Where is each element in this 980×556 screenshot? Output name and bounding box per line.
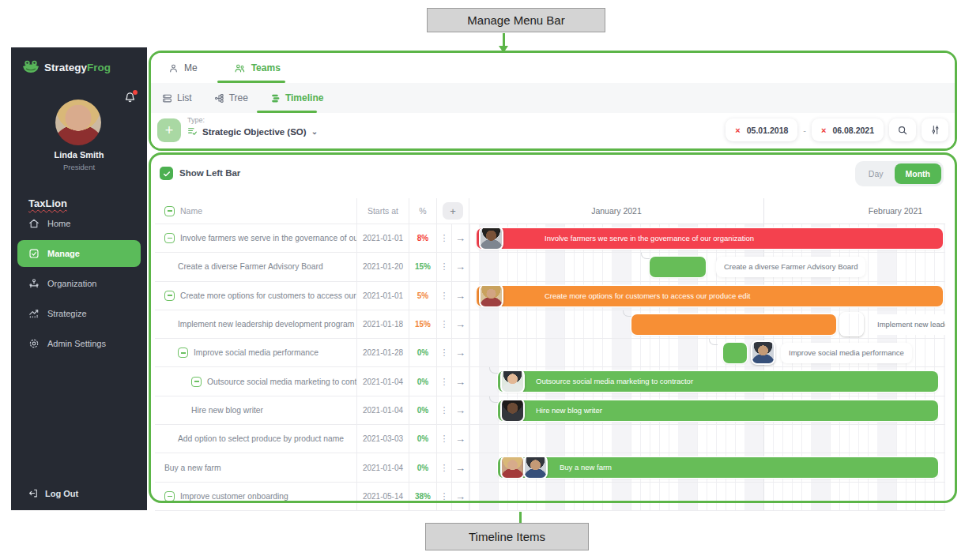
kebab-menu-icon[interactable]: ⋮ [437,224,452,253]
table-row[interactable]: Involve farmers we serve in the governan… [155,224,945,253]
tab-list[interactable]: List [162,92,192,103]
clear-icon[interactable]: × [735,126,740,135]
gantt-bar[interactable]: Outsource social media marketing to cont… [498,371,938,392]
gantt-bar[interactable]: Hire new blog writer [498,400,938,421]
collapse-icon[interactable] [164,491,175,502]
kebab-menu-icon[interactable]: ⋮ [437,253,452,281]
gantt-cell: Outsource social media marketing to cont… [469,367,945,396]
logout-icon [28,488,39,498]
timeline-panel: Show Left Bar Day Month Name Starts at %… [151,155,955,512]
sidebar-item-organization[interactable]: Organization [17,270,141,297]
table-row[interactable]: Buy a new farm 2021-01-04 0% ⋮ → Buy a n… [155,453,945,482]
timeline-toolbar: Show Left Bar Day Month [151,155,955,196]
user-avatar[interactable] [55,100,101,145]
open-arrow-icon[interactable]: → [452,282,469,310]
gantt-bar[interactable] [723,343,747,363]
tree-icon [214,93,224,103]
kebab-menu-icon[interactable]: ⋮ [437,396,452,425]
gantt-bar[interactable]: Create more options for customers to acc… [477,286,943,306]
collapse-icon[interactable] [164,233,175,243]
clear-icon[interactable]: × [821,126,826,135]
date-from-chip[interactable]: × 05.01.2018 [726,118,797,141]
person-icon [168,63,179,73]
filters-button[interactable] [922,118,948,141]
gantt-connector [489,367,498,374]
search-icon [897,125,908,136]
table-row[interactable]: Improve social media performance 2021-01… [155,339,945,367]
logout-label: Log Out [45,489,78,498]
open-arrow-icon[interactable]: → [452,453,469,482]
collapse-icon[interactable] [178,348,188,358]
app-logo: StrategyFrog [22,60,111,74]
user-name: Linda Smith [11,150,147,160]
gantt-cell: Improve social media performance [469,339,945,367]
open-arrow-icon[interactable]: → [452,224,469,253]
add-column-button[interactable]: + [443,202,463,220]
notifications-bell-icon[interactable] [124,92,136,103]
table-row[interactable]: Create a diverse Farmer Advisory Board 2… [155,253,945,281]
collapse-icon[interactable] [191,377,202,387]
scale-toggle: Day Month [855,161,944,186]
kebab-menu-icon[interactable]: ⋮ [437,310,452,339]
scale-month-button[interactable]: Month [895,163,942,184]
date-to-chip[interactable]: × 06.08.2021 [812,118,884,141]
collapse-icon[interactable] [164,291,175,301]
column-name: Name [180,206,202,216]
kebab-menu-icon[interactable]: ⋮ [437,339,452,367]
gantt-bar[interactable]: Buy a new farm [498,457,938,478]
sidebar-item-strategize[interactable]: Strategize [17,300,141,327]
list-icon [162,93,172,103]
sidebar-item-home[interactable]: Home [17,210,141,237]
type-label: Type: [187,116,318,124]
open-arrow-icon[interactable]: → [452,253,469,281]
gantt-bar[interactable]: Involve farmers we serve in the governan… [477,228,943,249]
assignee-avatar [500,371,525,392]
tab-timeline[interactable]: Timeline [270,92,323,103]
assignee-avatar [479,286,503,306]
show-left-bar-checkbox[interactable] [160,167,173,180]
open-arrow-icon[interactable]: → [452,396,469,425]
tab-me[interactable]: Me [168,62,198,73]
open-arrow-icon[interactable]: → [452,425,469,453]
open-arrow-icon[interactable]: → [452,339,469,367]
open-arrow-icon[interactable]: → [452,310,469,339]
logo-text-strategy: Strategy [44,62,87,73]
gantt-cell: Involve farmers we serve in the governan… [469,224,945,253]
collapse-all-icon[interactable] [164,206,175,216]
open-arrow-icon[interactable]: → [452,367,469,396]
date-range-separator: - [803,126,806,135]
kebab-menu-icon[interactable]: ⋮ [437,282,452,310]
table-row[interactable]: Create more options for customers to acc… [155,282,945,310]
kebab-menu-icon[interactable]: ⋮ [437,425,452,453]
tab-teams[interactable]: Teams [234,62,281,73]
timeline-sheet: Name Starts at % + January 2021 February… [155,198,945,511]
table-row[interactable]: Add option to select produce by product … [155,425,945,453]
table-row[interactable]: Improve customer onboarding 2021-05-14 3… [155,483,945,511]
kebab-menu-icon[interactable]: ⋮ [437,483,452,511]
table-row[interactable]: Outsource social media marketing to cont… [155,367,945,396]
scale-day-button[interactable]: Day [858,163,895,184]
sidebar-item-manage[interactable]: Manage [17,240,141,267]
logout-button[interactable]: Log Out [28,488,78,498]
sidebar-item-admin-settings[interactable]: Admin Settings [17,330,141,357]
open-arrow-icon[interactable]: → [452,483,469,511]
gantt-bar[interactable] [650,257,706,277]
table-row[interactable]: Hire new blog writer 2021-01-04 0% ⋮ → H… [155,396,945,425]
search-button[interactable] [889,118,916,141]
tab-label: Me [184,62,198,73]
kebab-menu-icon[interactable]: ⋮ [437,453,452,482]
type-selector[interactable]: Type: Strategic Objective (SO) ⌄ [187,116,318,137]
assignee-avatar [479,228,503,249]
table-row[interactable]: Implement new leadership development pro… [155,310,945,339]
organization-icon [28,278,40,289]
gantt-bar[interactable] [631,314,836,335]
date-to-value: 06.08.2021 [832,126,874,135]
gantt-connector [709,339,718,345]
assignee-avatar [523,457,548,478]
kebab-menu-icon[interactable]: ⋮ [437,367,452,396]
add-item-button[interactable]: + [157,118,181,142]
tab-tree[interactable]: Tree [214,92,248,103]
month-label-february: February 2021 [763,198,980,224]
gantt-bar-label: Improve social media performance [781,343,912,363]
table-header-row: Name Starts at % + January 2021 February… [155,198,945,224]
